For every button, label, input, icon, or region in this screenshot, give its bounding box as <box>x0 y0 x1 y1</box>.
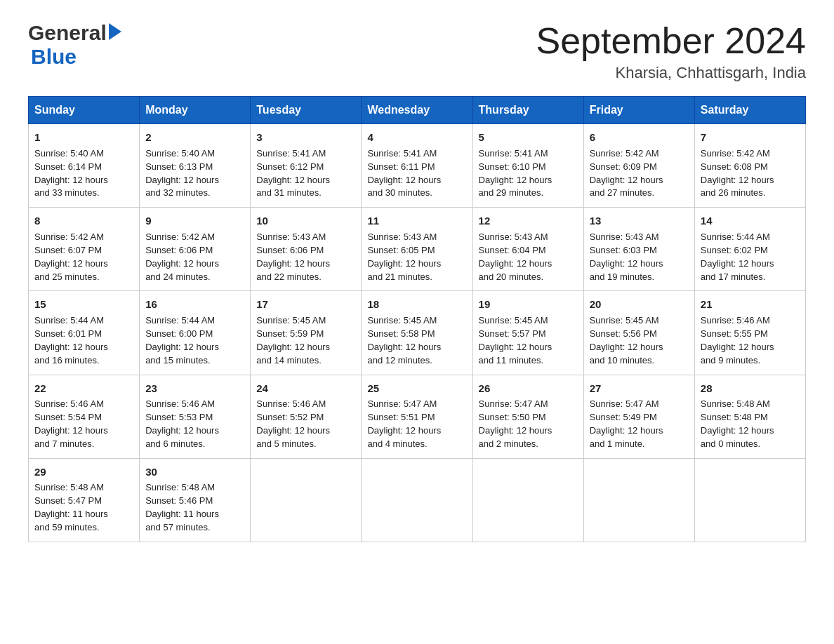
location-subtitle: Kharsia, Chhattisgarh, India <box>536 64 807 82</box>
daylight-label: Daylight: 12 hours <box>256 175 330 185</box>
day-number: 3 <box>256 130 355 145</box>
daylight-label: Daylight: 12 hours <box>367 425 441 436</box>
daylight-label: Daylight: 12 hours <box>367 258 441 269</box>
day-number: 11 <box>367 213 466 229</box>
daylight-value: and 21 minutes. <box>367 271 432 282</box>
day-number: 23 <box>145 381 244 396</box>
sunset-label: Sunset: 6:10 PM <box>479 161 546 172</box>
daylight-label: Daylight: 12 hours <box>590 175 663 185</box>
day-number: 14 <box>701 213 800 229</box>
daylight-value: and 22 minutes. <box>256 271 322 282</box>
daylight-value: and 24 minutes. <box>145 271 211 282</box>
calendar-week-row: 1Sunrise: 5:40 AMSunset: 6:14 PMDaylight… <box>29 124 806 208</box>
calendar-cell: 6Sunrise: 5:42 AMSunset: 6:09 PMDaylight… <box>583 124 694 208</box>
day-number: 12 <box>479 213 578 229</box>
day-number: 28 <box>701 381 800 396</box>
daylight-value: and 32 minutes. <box>145 187 211 198</box>
daylight-value: and 10 minutes. <box>590 355 655 365</box>
daylight-value: and 4 minutes. <box>367 438 427 449</box>
daylight-value: and 59 minutes. <box>34 522 100 532</box>
sunset-label: Sunset: 5:58 PM <box>367 328 435 339</box>
calendar-table: SundayMondayTuesdayWednesdayThursdayFrid… <box>28 96 806 542</box>
day-number: 7 <box>701 130 800 145</box>
logo-general-text: General <box>28 21 107 45</box>
daylight-label: Daylight: 12 hours <box>145 258 219 269</box>
day-number: 25 <box>367 381 466 396</box>
calendar-cell <box>251 458 362 542</box>
sunset-label: Sunset: 6:06 PM <box>256 245 324 255</box>
calendar-cell <box>583 458 694 542</box>
sunset-label: Sunset: 6:06 PM <box>145 245 213 255</box>
sunrise-label: Sunrise: 5:46 AM <box>145 398 215 409</box>
sunrise-label: Sunrise: 5:44 AM <box>145 315 215 326</box>
calendar-cell <box>362 458 472 542</box>
month-year-title: September 2024 <box>536 21 807 61</box>
sunset-label: Sunset: 5:50 PM <box>479 412 546 422</box>
sunrise-label: Sunrise: 5:44 AM <box>701 232 770 242</box>
day-number: 6 <box>590 130 689 145</box>
daylight-label: Daylight: 12 hours <box>256 425 330 436</box>
day-number: 30 <box>145 464 244 480</box>
sunset-label: Sunset: 6:05 PM <box>367 245 435 255</box>
calendar-cell: 11Sunrise: 5:43 AMSunset: 6:05 PMDayligh… <box>362 208 472 291</box>
daylight-value: and 9 minutes. <box>701 355 760 365</box>
calendar-cell: 20Sunrise: 5:45 AMSunset: 5:56 PMDayligh… <box>583 291 694 375</box>
daylight-label: Daylight: 12 hours <box>479 258 552 269</box>
daylight-label: Daylight: 12 hours <box>34 342 108 352</box>
daylight-label: Daylight: 12 hours <box>145 175 219 185</box>
logo-arrow-icon <box>109 23 121 40</box>
calendar-cell: 3Sunrise: 5:41 AMSunset: 6:12 PMDaylight… <box>251 124 362 208</box>
day-number: 2 <box>145 130 244 145</box>
daylight-label: Daylight: 12 hours <box>256 258 330 269</box>
calendar-cell: 18Sunrise: 5:45 AMSunset: 5:58 PMDayligh… <box>362 291 472 375</box>
daylight-value: and 20 minutes. <box>479 271 544 282</box>
calendar-cell: 17Sunrise: 5:45 AMSunset: 5:59 PMDayligh… <box>251 291 362 375</box>
calendar-cell: 27Sunrise: 5:47 AMSunset: 5:49 PMDayligh… <box>583 375 694 458</box>
daylight-label: Daylight: 12 hours <box>34 425 108 436</box>
page-header: General Blue September 2024 Kharsia, Chh… <box>28 21 806 82</box>
daylight-value: and 14 minutes. <box>256 355 322 365</box>
calendar-cell <box>694 458 805 542</box>
calendar-cell: 22Sunrise: 5:46 AMSunset: 5:54 PMDayligh… <box>29 375 140 458</box>
daylight-value: and 26 minutes. <box>701 187 766 198</box>
sunset-label: Sunset: 6:04 PM <box>479 245 546 255</box>
sunset-label: Sunset: 6:07 PM <box>34 245 102 255</box>
sunset-label: Sunset: 6:09 PM <box>590 161 657 172</box>
calendar-cell: 16Sunrise: 5:44 AMSunset: 6:00 PMDayligh… <box>140 291 251 375</box>
calendar-cell: 19Sunrise: 5:45 AMSunset: 5:57 PMDayligh… <box>472 291 583 375</box>
calendar-cell: 21Sunrise: 5:46 AMSunset: 5:55 PMDayligh… <box>694 291 805 375</box>
sunrise-label: Sunrise: 5:43 AM <box>367 232 437 242</box>
calendar-cell: 30Sunrise: 5:48 AMSunset: 5:46 PMDayligh… <box>140 458 251 542</box>
day-number: 9 <box>145 213 244 229</box>
daylight-label: Daylight: 12 hours <box>256 342 330 352</box>
daylight-value: and 31 minutes. <box>256 187 322 198</box>
weekday-header-monday: Monday <box>140 97 251 124</box>
daylight-value: and 27 minutes. <box>590 187 655 198</box>
sunset-label: Sunset: 6:03 PM <box>590 245 657 255</box>
daylight-value: and 25 minutes. <box>34 271 100 282</box>
sunset-label: Sunset: 5:54 PM <box>34 412 102 422</box>
sunrise-label: Sunrise: 5:46 AM <box>256 398 326 409</box>
sunset-label: Sunset: 6:02 PM <box>701 245 768 255</box>
calendar-week-row: 22Sunrise: 5:46 AMSunset: 5:54 PMDayligh… <box>29 375 806 458</box>
sunrise-label: Sunrise: 5:47 AM <box>479 398 548 409</box>
day-number: 4 <box>367 130 466 145</box>
daylight-value: and 17 minutes. <box>701 271 766 282</box>
sunset-label: Sunset: 5:48 PM <box>701 412 768 422</box>
sunrise-label: Sunrise: 5:47 AM <box>367 398 437 409</box>
daylight-label: Daylight: 11 hours <box>145 509 219 519</box>
daylight-label: Daylight: 12 hours <box>145 425 219 436</box>
daylight-label: Daylight: 12 hours <box>367 342 441 352</box>
daylight-label: Daylight: 12 hours <box>590 425 663 436</box>
sunset-label: Sunset: 6:12 PM <box>256 161 324 172</box>
logo-blue-text: Blue <box>31 45 77 68</box>
daylight-label: Daylight: 12 hours <box>590 342 663 352</box>
sunrise-label: Sunrise: 5:45 AM <box>590 315 659 326</box>
sunset-label: Sunset: 6:13 PM <box>145 161 213 172</box>
daylight-value: and 57 minutes. <box>145 522 211 532</box>
calendar-cell: 8Sunrise: 5:42 AMSunset: 6:07 PMDaylight… <box>29 208 140 291</box>
sunrise-label: Sunrise: 5:45 AM <box>256 315 326 326</box>
weekday-header-sunday: Sunday <box>29 97 140 124</box>
day-number: 10 <box>256 213 355 229</box>
sunrise-label: Sunrise: 5:46 AM <box>701 315 770 326</box>
